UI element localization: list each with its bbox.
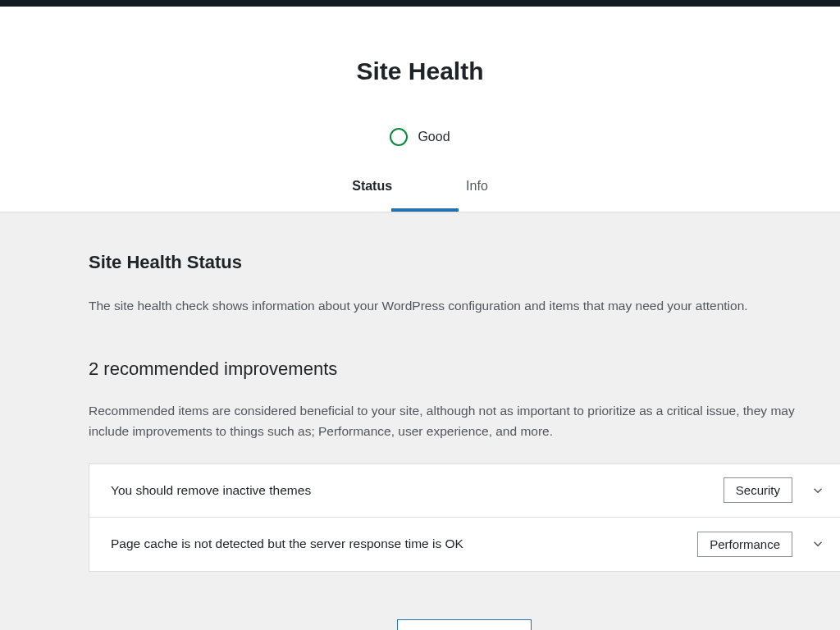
improvement-item-right: Security [724, 477, 825, 503]
chevron-down-icon [810, 483, 825, 498]
status-section-description: The site health check shows information … [89, 296, 827, 316]
improvement-item[interactable]: Page cache is not detected but the serve… [89, 518, 840, 571]
tab-status[interactable]: Status [347, 179, 397, 208]
improvements-title: 2 recommended improvements [89, 358, 840, 380]
tab-info[interactable]: Info [461, 179, 493, 208]
category-badge: Security [724, 477, 792, 503]
improvements-description: Recommended items are considered benefic… [89, 401, 827, 442]
improvement-item-title: You should remove inactive themes [111, 483, 311, 498]
tabs: Status Info [0, 179, 840, 208]
passed-tests-button[interactable]: Passed tests [397, 619, 532, 630]
status-circle-icon [390, 128, 408, 146]
health-status-indicator: Good [0, 128, 840, 146]
admin-topbar [0, 0, 840, 7]
improvements-list: You should remove inactive themes Securi… [89, 463, 840, 572]
header-area: Site Health Good Status Info [0, 7, 840, 212]
chevron-down-icon [810, 536, 825, 551]
tab-underline-row [0, 208, 840, 212]
tab-underline [391, 208, 459, 212]
body-area: Site Health Status The site health check… [0, 212, 840, 630]
chevron-down-icon [498, 628, 513, 630]
status-section-title: Site Health Status [89, 252, 840, 273]
improvement-item-title: Page cache is not detected but the serve… [111, 536, 463, 551]
status-label: Good [418, 130, 450, 144]
passed-tests-wrap: Passed tests [89, 619, 840, 630]
category-badge: Performance [697, 532, 792, 557]
content-inner: Site Health Status The site health check… [0, 252, 840, 630]
improvement-item[interactable]: You should remove inactive themes Securi… [89, 464, 840, 518]
page-title: Site Health [0, 57, 840, 85]
improvement-item-right: Performance [697, 532, 825, 557]
